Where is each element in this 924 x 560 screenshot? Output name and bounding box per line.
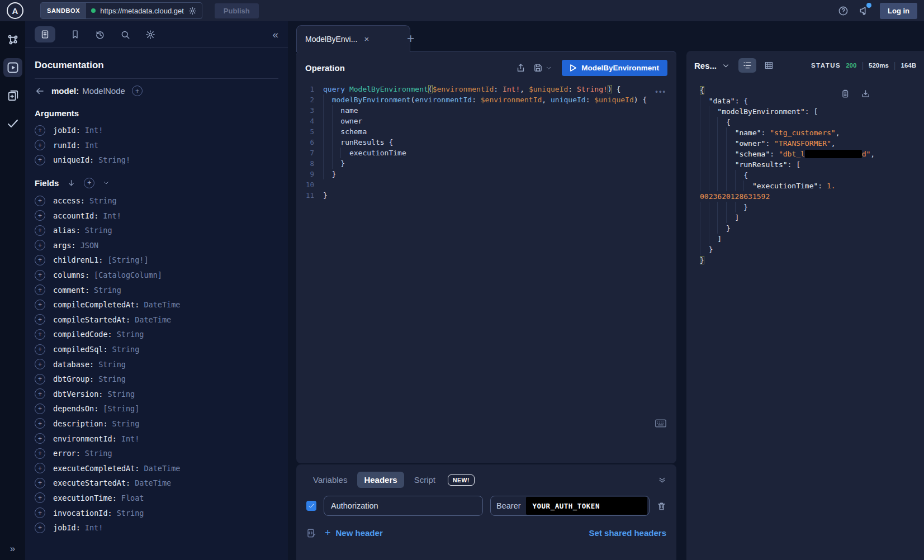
add-to-query-icon[interactable]: + — [35, 523, 45, 533]
add-model-icon[interactable]: + — [132, 86, 143, 96]
field-row[interactable]: +alias:String — [35, 223, 278, 238]
set-shared-headers-link[interactable]: Set shared headers — [589, 528, 666, 538]
help-icon[interactable] — [838, 6, 849, 16]
tab-variables[interactable]: Variables — [306, 472, 354, 488]
add-to-query-icon[interactable]: + — [35, 433, 45, 444]
model-type[interactable]: ModelNode — [82, 86, 125, 96]
field-row[interactable]: +compiledCode:String — [35, 327, 278, 342]
add-to-query-icon[interactable]: + — [35, 492, 45, 503]
field-row[interactable]: +columns:[CatalogColumn] — [35, 268, 278, 283]
field-row[interactable]: +compileStartedAt:DateTime — [35, 312, 278, 328]
field-row[interactable]: +executionTime:Float — [35, 491, 278, 506]
history-icon[interactable] — [95, 30, 105, 40]
add-to-query-icon[interactable]: + — [35, 507, 45, 518]
code-line[interactable]: 5 schema — [296, 126, 676, 137]
add-to-query-icon[interactable]: + — [35, 155, 45, 165]
field-row[interactable]: +args:JSON — [35, 238, 278, 253]
field-row[interactable]: +runId:Int — [35, 138, 278, 153]
fields-chevron-icon[interactable] — [103, 179, 110, 186]
add-to-query-icon[interactable]: + — [35, 140, 45, 150]
response-title[interactable]: Res... — [694, 61, 717, 70]
login-button[interactable]: Log in — [880, 3, 917, 19]
field-row[interactable]: +comment:String — [35, 282, 278, 297]
field-row[interactable]: +invocationId:String — [35, 505, 278, 520]
add-to-query-icon[interactable]: + — [35, 314, 45, 325]
add-to-query-icon[interactable]: + — [35, 344, 45, 355]
checklist-icon[interactable] — [3, 114, 22, 133]
announcements-icon[interactable] — [859, 5, 870, 16]
save-group[interactable] — [533, 63, 552, 73]
explorer-icon[interactable] — [3, 58, 22, 77]
field-row[interactable]: +childrenL1:[String!] — [35, 253, 278, 268]
expand-rail-icon[interactable]: » — [0, 543, 25, 554]
add-to-query-icon[interactable]: + — [35, 463, 45, 473]
add-to-query-icon[interactable]: + — [35, 225, 45, 236]
add-to-query-icon[interactable]: + — [35, 478, 45, 488]
code-line[interactable]: 11} — [296, 190, 676, 201]
endpoint-settings-icon[interactable] — [188, 7, 197, 15]
add-to-query-icon[interactable]: + — [35, 270, 45, 281]
add-to-query-icon[interactable]: + — [35, 388, 45, 399]
add-to-query-icon[interactable]: + — [35, 329, 45, 340]
collections-icon[interactable] — [3, 86, 22, 105]
code-line[interactable]: 9 } — [296, 169, 676, 179]
preflight-script-icon[interactable] — [306, 528, 316, 538]
tab-script[interactable]: Script — [407, 472, 442, 488]
editor-more-icon[interactable]: ••• — [655, 87, 666, 96]
code-line[interactable]: 2 modelByEnvironment(environmentId: $env… — [296, 94, 676, 105]
response-body[interactable]: { "data": { "modelByEnvironment": [ { "n… — [686, 77, 924, 265]
code-line[interactable]: 7 executionTime — [296, 148, 676, 158]
field-row[interactable]: +compiledSql:String — [35, 342, 278, 357]
add-all-fields-icon[interactable]: + — [84, 178, 94, 188]
add-to-query-icon[interactable]: + — [35, 255, 45, 265]
documentation-tab-icon[interactable] — [35, 26, 55, 42]
response-dropdown-icon[interactable] — [722, 62, 729, 69]
field-row[interactable]: +error:String — [35, 446, 278, 461]
collapse-panel-icon[interactable] — [658, 476, 666, 484]
add-to-query-icon[interactable]: + — [35, 196, 45, 206]
run-operation-button[interactable]: ModelByEnvironment — [562, 60, 667, 76]
field-row[interactable]: +compileCompletedAt:DateTime — [35, 297, 278, 312]
field-row[interactable]: +environmentId:Int! — [35, 431, 278, 446]
field-row[interactable]: +accountId:Int! — [35, 208, 278, 223]
pretty-view-icon[interactable] — [738, 58, 756, 73]
sort-fields-icon[interactable] — [67, 179, 75, 187]
field-row[interactable]: +uniqueId:String! — [35, 153, 278, 168]
search-icon[interactable] — [120, 30, 130, 40]
field-row[interactable]: +executeStartedAt:DateTime — [35, 476, 278, 491]
code-line[interactable]: 4 owner — [296, 116, 676, 126]
new-tab-icon[interactable]: + — [407, 31, 414, 46]
bookmark-icon[interactable] — [70, 30, 80, 39]
add-to-query-icon[interactable]: + — [35, 418, 45, 429]
field-row[interactable]: +dbtVersion:String — [35, 387, 278, 402]
collapse-docs-icon[interactable]: « — [272, 29, 278, 41]
code-line[interactable]: 1query ModelByEnvironment($environmentId… — [296, 84, 676, 94]
endpoint-url[interactable]: https://metadata.cloud.get — [100, 7, 184, 15]
header-value-input[interactable]: Bearer YOUR_AUTH_TOKEN — [490, 496, 650, 516]
add-to-query-icon[interactable]: + — [35, 210, 45, 221]
apollo-logo-icon[interactable]: A — [7, 2, 23, 19]
field-row[interactable]: +dbtGroup:String — [35, 372, 278, 387]
header-enabled-checkbox[interactable] — [306, 501, 316, 511]
close-tab-icon[interactable]: × — [364, 34, 369, 44]
field-row[interactable]: +description:String — [35, 416, 278, 431]
field-row[interactable]: +dependsOn:[String] — [35, 401, 278, 416]
field-row[interactable]: +jobId:Int! — [35, 520, 278, 535]
docs-settings-icon[interactable] — [145, 30, 155, 40]
endpoint-input[interactable]: https://metadata.cloud.get — [86, 3, 202, 18]
tab-headers[interactable]: Headers — [357, 472, 404, 488]
operation-tab[interactable]: ModelByEnvi... × — [296, 25, 410, 52]
query-editor[interactable]: 1query ModelByEnvironment($environmentId… — [296, 82, 676, 201]
share-icon[interactable] — [516, 63, 525, 73]
field-row[interactable]: +access:String — [35, 193, 278, 208]
schema-graph-icon[interactable] — [3, 30, 22, 49]
copy-response-icon[interactable] — [840, 89, 850, 98]
auth-token-value[interactable]: YOUR_AUTH_TOKEN — [526, 497, 647, 515]
add-to-query-icon[interactable]: + — [35, 448, 45, 459]
code-line[interactable]: 3 name — [296, 105, 676, 116]
header-key-input[interactable]: Authorization — [324, 496, 483, 516]
add-to-query-icon[interactable]: + — [35, 300, 45, 310]
add-to-query-icon[interactable]: + — [35, 240, 45, 250]
keyboard-shortcuts-icon[interactable] — [655, 419, 666, 428]
field-row[interactable]: +jobId:Int! — [35, 123, 278, 138]
